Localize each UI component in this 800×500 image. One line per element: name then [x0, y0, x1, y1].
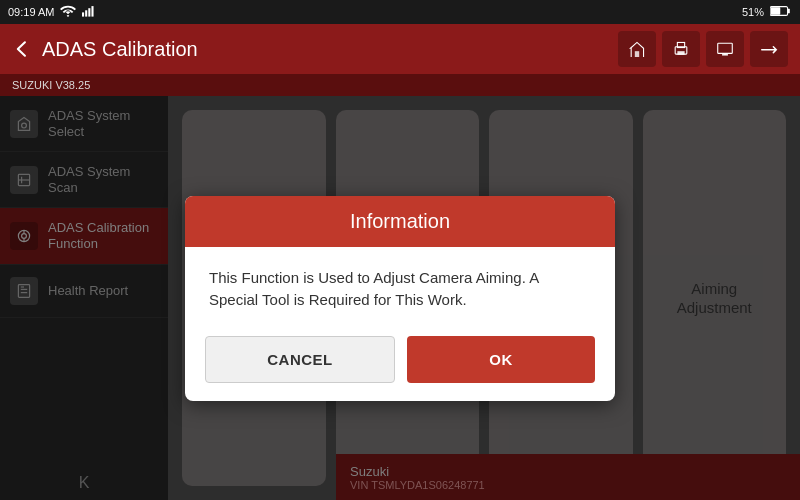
export-button[interactable] [750, 31, 788, 67]
status-left: 09:19 AM [8, 5, 96, 19]
information-dialog: Information This Function is Used to Adj… [185, 196, 615, 401]
battery-icon [770, 5, 792, 19]
battery-percent: 51% [742, 6, 764, 18]
dialog-footer: CANCEL OK [185, 328, 615, 401]
status-bar: 09:19 AM 51% [0, 0, 800, 24]
svg-rect-7 [635, 51, 639, 57]
version-label: SUZUKI V38.25 [12, 79, 90, 91]
svg-rect-0 [82, 12, 84, 16]
display-button[interactable] [706, 31, 744, 67]
svg-rect-1 [86, 10, 88, 16]
header: ADAS Calibration [0, 24, 800, 74]
svg-rect-5 [788, 9, 790, 13]
dialog-body: This Function is Used to Adjust Camera A… [185, 247, 615, 328]
page-title: ADAS Calibration [42, 38, 608, 61]
svg-rect-6 [771, 7, 781, 14]
svg-rect-10 [677, 51, 684, 55]
sub-header: SUZUKI V38.25 [0, 74, 800, 96]
svg-rect-11 [718, 43, 733, 53]
main-layout: ADAS System Select ADAS System Scan [0, 96, 800, 500]
print-button[interactable] [662, 31, 700, 67]
back-button[interactable] [12, 39, 32, 59]
wifi-icon [60, 5, 76, 19]
header-icons [618, 31, 788, 67]
home-button[interactable] [618, 31, 656, 67]
signal-icon [82, 5, 96, 19]
cancel-button[interactable]: CANCEL [205, 336, 395, 383]
ok-button[interactable]: OK [407, 336, 595, 383]
status-right: 51% [742, 5, 792, 19]
dialog-header: Information [185, 196, 615, 247]
modal-overlay: Information This Function is Used to Adj… [0, 96, 800, 500]
svg-rect-3 [92, 6, 94, 17]
status-time: 09:19 AM [8, 6, 54, 18]
svg-rect-2 [89, 8, 91, 16]
dialog-title: Information [350, 210, 450, 232]
